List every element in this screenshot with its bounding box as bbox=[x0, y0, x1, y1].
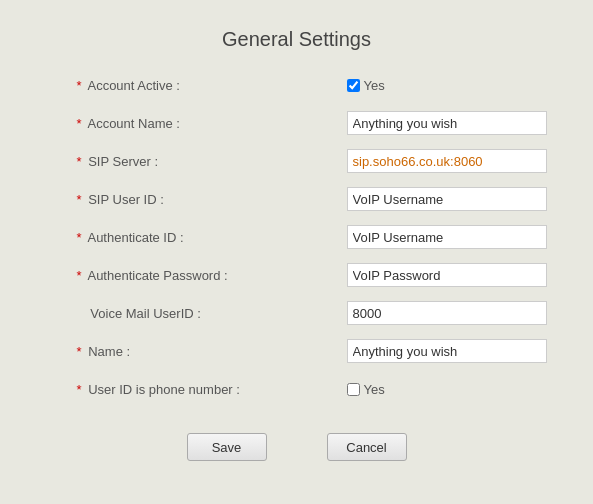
form-row-account-active: * Account Active : Yes bbox=[27, 71, 567, 99]
form-row-name: * Name : bbox=[27, 337, 567, 365]
user-id-phone-checkbox[interactable] bbox=[347, 383, 360, 396]
form-row-sip-server: * SIP Server : bbox=[27, 147, 567, 175]
form-row-authenticate-id: * Authenticate ID : bbox=[27, 223, 567, 251]
required-star: * bbox=[77, 78, 82, 93]
form-container: * Account Active : Yes * Account Name : … bbox=[27, 71, 567, 461]
account-active-checkbox[interactable] bbox=[347, 79, 360, 92]
required-star: * bbox=[77, 230, 82, 245]
voice-mail-userid-input[interactable] bbox=[347, 301, 547, 325]
form-row-user-id-phone: * User ID is phone number : Yes bbox=[27, 375, 567, 403]
account-active-checkbox-row: Yes bbox=[347, 78, 385, 93]
required-star: * bbox=[77, 382, 82, 397]
account-active-checkbox-label: Yes bbox=[364, 78, 385, 93]
label-account-name: * Account Name : bbox=[27, 116, 347, 131]
authenticate-password-input[interactable] bbox=[347, 263, 547, 287]
label-sip-user-id: * SIP User ID : bbox=[27, 192, 347, 207]
label-voice-mail-userid: Voice Mail UserID : bbox=[27, 306, 347, 321]
form-row-authenticate-password: * Authenticate Password : bbox=[27, 261, 567, 289]
button-row: Save Cancel bbox=[27, 423, 567, 461]
cancel-button[interactable]: Cancel bbox=[327, 433, 407, 461]
name-input[interactable] bbox=[347, 339, 547, 363]
label-authenticate-password: * Authenticate Password : bbox=[27, 268, 347, 283]
page-title: General Settings bbox=[222, 28, 371, 51]
authenticate-id-input[interactable] bbox=[347, 225, 547, 249]
required-star: * bbox=[77, 154, 82, 169]
user-id-phone-checkbox-label: Yes bbox=[364, 382, 385, 397]
label-sip-server: * SIP Server : bbox=[27, 154, 347, 169]
required-star: * bbox=[77, 344, 82, 359]
label-name: * Name : bbox=[27, 344, 347, 359]
save-button[interactable]: Save bbox=[187, 433, 267, 461]
label-authenticate-id: * Authenticate ID : bbox=[27, 230, 347, 245]
required-star: * bbox=[77, 116, 82, 131]
sip-server-input[interactable] bbox=[347, 149, 547, 173]
label-account-active: * Account Active : bbox=[27, 78, 347, 93]
page-container: General Settings * Account Active : Yes … bbox=[0, 0, 593, 504]
form-row-sip-user-id: * SIP User ID : bbox=[27, 185, 567, 213]
form-row-account-name: * Account Name : bbox=[27, 109, 567, 137]
required-star: * bbox=[77, 192, 82, 207]
account-name-input[interactable] bbox=[347, 111, 547, 135]
required-star: * bbox=[77, 268, 82, 283]
label-user-id-phone: * User ID is phone number : bbox=[27, 382, 347, 397]
form-row-voice-mail-userid: Voice Mail UserID : bbox=[27, 299, 567, 327]
sip-user-id-input[interactable] bbox=[347, 187, 547, 211]
user-id-phone-checkbox-row: Yes bbox=[347, 382, 385, 397]
